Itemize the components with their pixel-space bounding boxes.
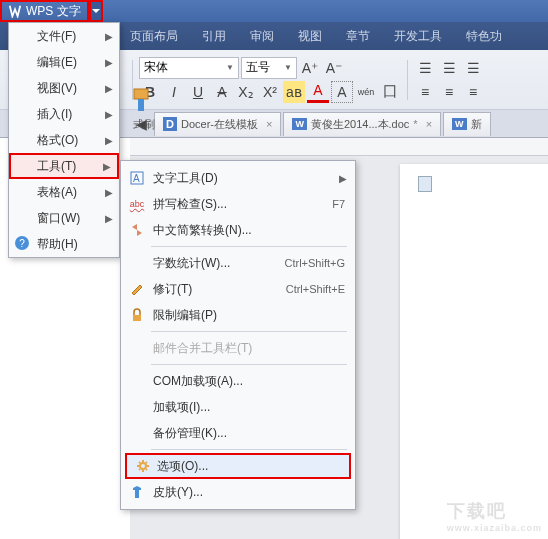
- char-shading-button[interactable]: A: [331, 81, 353, 103]
- submenu-item-label: 备份管理(K)...: [153, 425, 227, 442]
- submenu-item-label: 皮肤(Y)...: [153, 484, 203, 501]
- pinyin-button[interactable]: wén: [355, 81, 377, 103]
- submenu-item-label: 字数统计(W)...: [153, 255, 230, 272]
- doc-tab-file[interactable]: W 黄俊生2014...本.doc * ×: [283, 112, 441, 136]
- tab-features[interactable]: 特色功: [466, 28, 502, 45]
- tab-devtools[interactable]: 开发工具: [394, 28, 442, 45]
- submenu-item-label: 选项(O)...: [157, 458, 208, 475]
- menu-item[interactable]: 表格(A)▶: [9, 179, 119, 205]
- subscript-button[interactable]: X₂: [235, 81, 257, 103]
- doc-tab-new[interactable]: W 新: [443, 112, 491, 136]
- page-marker-icon: [418, 176, 432, 192]
- menu-item[interactable]: ?帮助(H): [9, 231, 119, 257]
- shortcut-label: Ctrl+Shift+E: [286, 283, 345, 295]
- submenu-item-label: 拼写检查(S)...: [153, 196, 227, 213]
- menu-item-label: 编辑(E): [37, 54, 77, 71]
- submenu-item[interactable]: A文字工具(D)▶: [121, 165, 355, 191]
- menu-item[interactable]: 工具(T)▶: [9, 153, 119, 179]
- chevron-right-icon: ▶: [103, 161, 111, 172]
- chevron-down-icon: [92, 9, 100, 14]
- highlight-button[interactable]: aʙ: [283, 81, 305, 103]
- svg-rect-5: [133, 315, 141, 321]
- tab-view[interactable]: 视图: [298, 28, 322, 45]
- menu-item-label: 文件(F): [37, 28, 76, 45]
- submenu-item-label: 加载项(I)...: [153, 399, 210, 416]
- submenu-item[interactable]: 选项(O)...: [125, 453, 351, 479]
- menu-item[interactable]: 文件(F)▶: [9, 23, 119, 49]
- separator: [151, 364, 347, 365]
- submenu-item[interactable]: abc拼写检查(S)...F7: [121, 191, 355, 217]
- doc-tab-docer[interactable]: D Docer-在线模板 ×: [154, 112, 281, 136]
- text-tool-icon: A: [129, 170, 145, 186]
- doc-tab-label: Docer-在线模板: [181, 117, 258, 132]
- tab-chapter[interactable]: 章节: [346, 28, 370, 45]
- doc-tab-label: 黄俊生2014...本.doc: [311, 117, 409, 132]
- format-painter-label: 式刷: [133, 117, 155, 132]
- menu-item-label: 格式(O): [37, 132, 78, 149]
- menu-item-label: 工具(T): [37, 158, 76, 175]
- submenu-item[interactable]: 加载项(I)...: [121, 394, 355, 420]
- strike-button[interactable]: A: [211, 81, 233, 103]
- shrink-font[interactable]: A⁻: [323, 57, 345, 79]
- underline-button[interactable]: U: [187, 81, 209, 103]
- modified-icon: *: [413, 118, 417, 130]
- format-painter[interactable]: 式刷: [120, 50, 168, 138]
- align-right-button[interactable]: ≡: [462, 81, 484, 103]
- align-left-button[interactable]: ≡: [414, 81, 436, 103]
- separator: [151, 449, 347, 450]
- svg-rect-2: [138, 99, 144, 111]
- separator: [151, 246, 347, 247]
- shortcut-label: Ctrl+Shift+G: [284, 257, 345, 269]
- submenu-item[interactable]: 修订(T)Ctrl+Shift+E: [121, 276, 355, 302]
- submenu-item[interactable]: 皮肤(Y)...: [121, 479, 355, 505]
- submenu-item[interactable]: 备份管理(K)...: [121, 420, 355, 446]
- tab-references[interactable]: 引用: [202, 28, 226, 45]
- multilevel-button[interactable]: ☰: [462, 57, 484, 79]
- ruler[interactable]: [130, 138, 548, 156]
- menu-item[interactable]: 视图(V)▶: [9, 75, 119, 101]
- menu-item-label: 帮助(H): [37, 236, 78, 253]
- menu-item-label: 视图(V): [37, 80, 77, 97]
- chevron-right-icon: ▶: [105, 187, 113, 198]
- lock-icon: [129, 307, 145, 323]
- help-icon: ?: [15, 236, 29, 250]
- submenu-item[interactable]: 字数统计(W)...Ctrl+Shift+G: [121, 250, 355, 276]
- chevron-right-icon: ▶: [105, 31, 113, 42]
- page[interactable]: [400, 164, 548, 539]
- submenu-item: 邮件合并工具栏(T): [121, 335, 355, 361]
- menu-item[interactable]: 格式(O)▶: [9, 127, 119, 153]
- revision-icon: [129, 281, 145, 297]
- spellcheck-icon: abc: [129, 196, 145, 212]
- bullets-button[interactable]: ☰: [414, 57, 436, 79]
- submenu-item[interactable]: 中文简繁转换(N)...: [121, 217, 355, 243]
- chevron-right-icon: ▶: [105, 57, 113, 68]
- menu-item[interactable]: 编辑(E)▶: [9, 49, 119, 75]
- close-icon[interactable]: ×: [266, 118, 272, 130]
- char-border-button[interactable]: 囗: [379, 81, 401, 103]
- menu-item[interactable]: 窗口(W)▶: [9, 205, 119, 231]
- menu-item-label: 插入(I): [37, 106, 72, 123]
- menu-item[interactable]: 插入(I)▶: [9, 101, 119, 127]
- doc-icon: W: [292, 118, 307, 130]
- shortcut-label: F7: [332, 198, 345, 210]
- main-menu: 文件(F)▶编辑(E)▶视图(V)▶插入(I)▶格式(O)▶工具(T)▶表格(A…: [8, 22, 120, 258]
- submenu-item[interactable]: COM加载项(A)...: [121, 368, 355, 394]
- font-size-select[interactable]: 五号▼: [241, 57, 297, 79]
- align-center-button[interactable]: ≡: [438, 81, 460, 103]
- font-color-button[interactable]: A: [307, 81, 329, 103]
- svg-text:A: A: [133, 173, 140, 184]
- tab-layout[interactable]: 页面布局: [130, 28, 178, 45]
- close-icon[interactable]: ×: [426, 118, 432, 130]
- tab-review[interactable]: 审阅: [250, 28, 274, 45]
- numbering-button[interactable]: ☰: [438, 57, 460, 79]
- grow-font[interactable]: A⁺: [299, 57, 321, 79]
- chevron-down-icon: ▼: [284, 63, 292, 72]
- submenu-item[interactable]: 限制编辑(P): [121, 302, 355, 328]
- chevron-right-icon: ▶: [105, 135, 113, 146]
- convert-icon: [129, 222, 145, 238]
- app-menu-dropdown[interactable]: [89, 0, 103, 22]
- watermark: 下载吧 www.xiazaiba.com: [447, 499, 542, 533]
- doc-tab-label: 新: [471, 117, 482, 132]
- chevron-right-icon: ▶: [105, 213, 113, 224]
- superscript-button[interactable]: X²: [259, 81, 281, 103]
